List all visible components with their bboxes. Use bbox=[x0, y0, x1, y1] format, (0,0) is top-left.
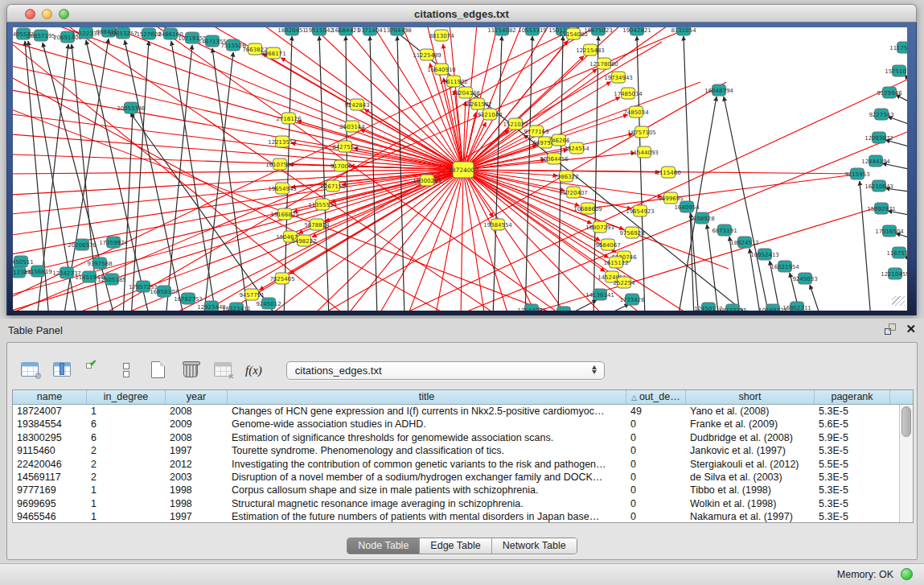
graph-node-label: 5678814 bbox=[304, 222, 330, 229]
cell-pagerank[interactable]: 5.3E-5 bbox=[815, 497, 890, 510]
cell-name[interactable]: 18300295 bbox=[13, 431, 87, 444]
table-row[interactable]: 969969511998Structural magnetic resonanc… bbox=[13, 497, 899, 510]
cell-year[interactable]: 1997 bbox=[166, 444, 228, 457]
column-header-in_degree[interactable]: in_degree bbox=[87, 390, 166, 404]
cell-short[interactable]: Stergiakouli et al. (2012) bbox=[686, 458, 815, 471]
cell-short[interactable]: Jankovic et al. (1997) bbox=[686, 444, 815, 457]
cell-in_degree[interactable]: 6 bbox=[87, 431, 166, 444]
vertical-scrollbar[interactable] bbox=[899, 405, 913, 522]
cell-year[interactable]: 2008 bbox=[166, 431, 228, 444]
table-row[interactable]: 2242004622012Investigating the contribut… bbox=[13, 458, 899, 471]
column-header-year[interactable]: year bbox=[166, 390, 228, 404]
cell-short[interactable]: Dudbridge et al. (2008) bbox=[686, 431, 815, 444]
cell-in_degree[interactable]: 2 bbox=[87, 444, 166, 457]
row-select-icon[interactable]: ✔ ✔ bbox=[84, 360, 105, 380]
table-row[interactable]: 911546021997Tourette syndrome. Phenomeno… bbox=[13, 444, 899, 457]
cell-pagerank[interactable]: 5.9E-5 bbox=[815, 431, 890, 444]
window-titlebar[interactable]: citations_edges.txt bbox=[6, 4, 917, 23]
cell-in_degree[interactable]: 1 bbox=[87, 484, 166, 496]
cell-short[interactable]: Nakamura et al. (1997) bbox=[686, 510, 815, 522]
cell-title[interactable]: Corpus callosum shape and size in male p… bbox=[228, 484, 626, 496]
cell-out_degree[interactable]: 0 bbox=[626, 510, 686, 522]
delete-table-icon[interactable] bbox=[181, 360, 202, 380]
cell-year[interactable]: 1998 bbox=[166, 484, 228, 496]
cell-name[interactable]: 9777169 bbox=[13, 484, 87, 496]
cell-out_degree[interactable]: 0 bbox=[626, 431, 686, 444]
cell-year[interactable]: 2003 bbox=[166, 471, 228, 484]
table-row[interactable]: 977716911998Corpus callosum shape and si… bbox=[13, 484, 899, 496]
cell-in_degree[interactable]: 2 bbox=[87, 458, 166, 471]
table-settings-icon[interactable]: ⚙ bbox=[20, 360, 41, 380]
column-header-title[interactable]: title bbox=[228, 390, 626, 404]
cell-title[interactable]: Structural magnetic resonance image aver… bbox=[228, 497, 626, 510]
function-builder-icon[interactable]: f(x) bbox=[245, 364, 262, 377]
cell-short[interactable]: de Silva et al. (2003) bbox=[686, 471, 815, 484]
cell-title[interactable]: Estimation of significance thresholds fo… bbox=[228, 431, 626, 444]
table-row[interactable]: 1830029562008Estimation of significance … bbox=[13, 431, 899, 444]
cell-year[interactable]: 2009 bbox=[166, 418, 228, 431]
tab-network-table[interactable]: Network Table bbox=[492, 538, 577, 554]
citation-network-graph[interactable]: 2405572420857195206914061552233198841021… bbox=[13, 27, 907, 311]
float-panel-icon[interactable] bbox=[885, 323, 896, 335]
close-panel-icon[interactable]: ✕ bbox=[906, 323, 916, 335]
cell-short[interactable]: Yano et al. (2008) bbox=[686, 405, 815, 418]
cell-title[interactable]: Changes of HCN gene expression and I(f) … bbox=[228, 405, 626, 418]
cell-name[interactable]: 18724007 bbox=[13, 405, 87, 418]
cell-year[interactable]: 1998 bbox=[166, 497, 228, 510]
cell-short[interactable]: Franke et al. (2009) bbox=[686, 418, 815, 431]
window-resize-grip[interactable] bbox=[892, 296, 905, 306]
cell-name[interactable]: 9699695 bbox=[13, 497, 87, 510]
cell-short[interactable]: Tibbo et al. (1998) bbox=[686, 484, 815, 496]
cell-out_degree[interactable]: 49 bbox=[626, 405, 686, 418]
cell-pagerank[interactable]: 5.3E-5 bbox=[815, 444, 890, 457]
column-header-pagerank[interactable]: pagerank bbox=[815, 390, 890, 404]
cell-name[interactable]: 22420046 bbox=[13, 458, 87, 471]
cell-title[interactable]: Genome-wide association studies in ADHD. bbox=[228, 418, 626, 431]
column-header-out_degree[interactable]: △out_de… bbox=[626, 390, 686, 404]
cell-pagerank[interactable]: 5.3E-5 bbox=[815, 471, 890, 484]
tab-node-table[interactable]: Node Table bbox=[347, 538, 420, 554]
column-header-name[interactable]: name bbox=[13, 390, 87, 404]
table-row[interactable]: 946554611997Estimation of the future num… bbox=[13, 510, 899, 522]
tab-edge-table[interactable]: Edge Table bbox=[420, 538, 491, 554]
cell-title[interactable]: Investigating the contribution of common… bbox=[228, 458, 626, 471]
cell-out_degree[interactable]: 0 bbox=[626, 444, 686, 457]
cell-name[interactable]: 9465546 bbox=[13, 510, 87, 522]
cell-year[interactable]: 1997 bbox=[166, 510, 228, 522]
network-canvas[interactable]: 2405572420857195206914061552233198841021… bbox=[13, 27, 907, 311]
cell-in_degree[interactable]: 6 bbox=[87, 418, 166, 431]
cell-name[interactable]: 9115460 bbox=[13, 444, 87, 457]
cell-in_degree[interactable]: 1 bbox=[87, 510, 166, 522]
cell-out_degree[interactable]: 0 bbox=[626, 418, 686, 431]
cell-in_degree[interactable]: 1 bbox=[87, 497, 166, 510]
cell-short[interactable]: Wolkin et al. (1998) bbox=[686, 497, 815, 510]
graph-node-label: 9245033 bbox=[792, 276, 817, 282]
cell-pagerank[interactable]: 5.5E-5 bbox=[815, 458, 890, 471]
cell-out_degree[interactable]: 0 bbox=[626, 471, 686, 484]
cell-pagerank[interactable]: 5.6E-5 bbox=[815, 418, 890, 431]
cell-pagerank[interactable]: 5.3E-5 bbox=[815, 405, 890, 418]
table-selector-dropdown[interactable]: citations_edges.txt bbox=[286, 361, 605, 380]
cell-out_degree[interactable]: 0 bbox=[626, 497, 686, 510]
cell-pagerank[interactable]: 5.3E-5 bbox=[815, 484, 890, 496]
cell-in_degree[interactable]: 1 bbox=[87, 405, 166, 418]
cell-year[interactable]: 2008 bbox=[166, 405, 228, 418]
scrollbar-thumb[interactable] bbox=[901, 406, 911, 437]
cell-year[interactable]: 2012 bbox=[166, 458, 228, 471]
cell-title[interactable]: Estimation of the future numbers of pati… bbox=[228, 510, 626, 522]
table-row[interactable]: 1938455462009Genome-wide association stu… bbox=[13, 418, 899, 431]
table-row[interactable]: 1456911722003Disruption of a novel membe… bbox=[13, 471, 899, 484]
column-header-short[interactable]: short bbox=[686, 390, 815, 404]
column-chooser-icon[interactable] bbox=[52, 360, 73, 380]
merge-rows-icon[interactable] bbox=[117, 360, 138, 380]
table-row[interactable]: 1872400712008Changes of HCN gene express… bbox=[13, 405, 899, 418]
cell-title[interactable]: Disruption of a novel member of a sodium… bbox=[228, 471, 626, 484]
cell-name[interactable]: 19384554 bbox=[13, 418, 87, 431]
cell-title[interactable]: Tourette syndrome. Phenomenology and cla… bbox=[228, 444, 626, 457]
cell-in_degree[interactable]: 2 bbox=[87, 471, 166, 484]
new-table-icon[interactable] bbox=[149, 360, 170, 380]
cell-pagerank[interactable]: 5.3E-5 bbox=[815, 510, 890, 522]
cell-out_degree[interactable]: 0 bbox=[626, 458, 686, 471]
cell-out_degree[interactable]: 0 bbox=[626, 484, 686, 496]
cell-name[interactable]: 14569117 bbox=[13, 471, 87, 484]
